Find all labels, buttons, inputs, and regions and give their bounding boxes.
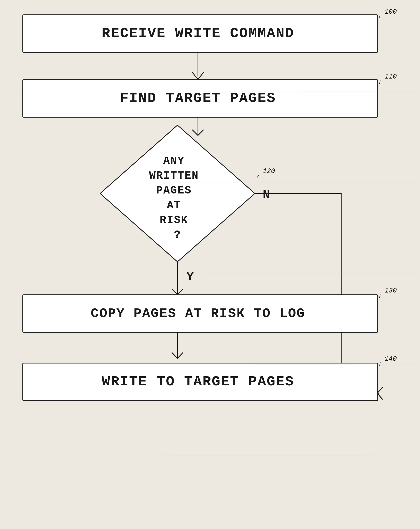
- node-120-number: 120: [263, 167, 275, 175]
- node-130-number: 130: [384, 287, 397, 294]
- flowchart-background: RECEIVE WRITE COMMAND 100 FIND TARGET PA…: [0, 0, 420, 529]
- node-110-label: FIND TARGET PAGES: [120, 90, 276, 106]
- node-110-number: 110: [384, 73, 397, 80]
- node-110: FIND TARGET PAGES 110: [23, 73, 397, 117]
- node-140-label: WRITE TO TARGET PAGES: [102, 373, 294, 390]
- node-130-label: COPY PAGES AT RISK TO LOG: [91, 306, 305, 321]
- node-100-number: 100: [384, 8, 397, 16]
- y-label: Y: [187, 270, 194, 284]
- node-140-number: 140: [384, 355, 397, 363]
- node-100-label: RECEIVE WRITE COMMAND: [102, 25, 294, 41]
- node-100: RECEIVE WRITE COMMAND 100: [23, 8, 397, 52]
- n-label: N: [263, 188, 270, 202]
